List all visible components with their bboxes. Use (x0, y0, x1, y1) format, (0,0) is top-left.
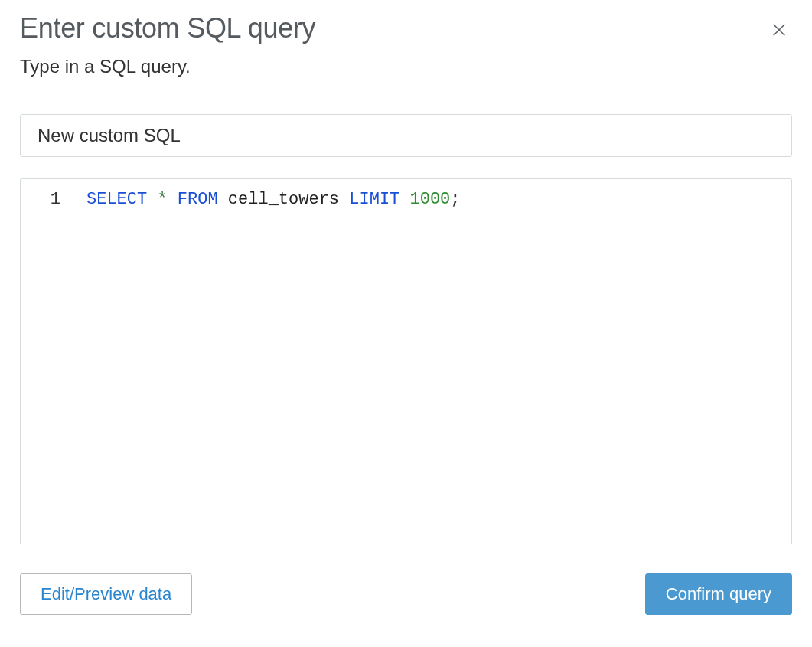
keyword-from: FROM (178, 190, 218, 209)
semicolon: ; (450, 190, 460, 209)
limit-value: 1000 (410, 190, 451, 209)
line-number: 1 (21, 187, 86, 212)
confirm-query-button[interactable]: Confirm query (645, 573, 792, 615)
close-button[interactable] (766, 17, 792, 45)
sql-editor[interactable]: 1 SELECT * FROM cell_towers LIMIT 1000; (20, 178, 792, 544)
code-content: SELECT * FROM cell_towers LIMIT 1000; (86, 187, 461, 212)
query-name-input[interactable] (20, 114, 792, 157)
keyword-select: SELECT (86, 190, 147, 209)
edit-preview-button[interactable]: Edit/Preview data (20, 573, 192, 615)
table-name: cell_towers (228, 190, 339, 209)
dialog-title: Enter custom SQL query (20, 12, 315, 44)
keyword-limit: LIMIT (349, 190, 399, 209)
dialog-subtitle: Type in a SQL query. (20, 56, 792, 77)
star-token: * (157, 190, 167, 209)
close-icon (771, 21, 788, 38)
editor-line: 1 SELECT * FROM cell_towers LIMIT 1000; (21, 187, 791, 212)
